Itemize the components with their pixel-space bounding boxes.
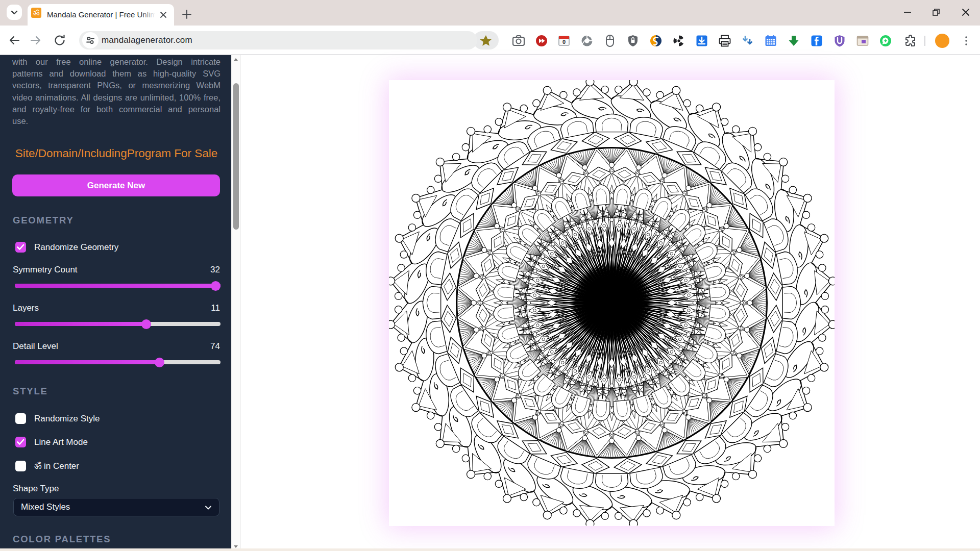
svg-text:0: 0 — [562, 39, 566, 45]
